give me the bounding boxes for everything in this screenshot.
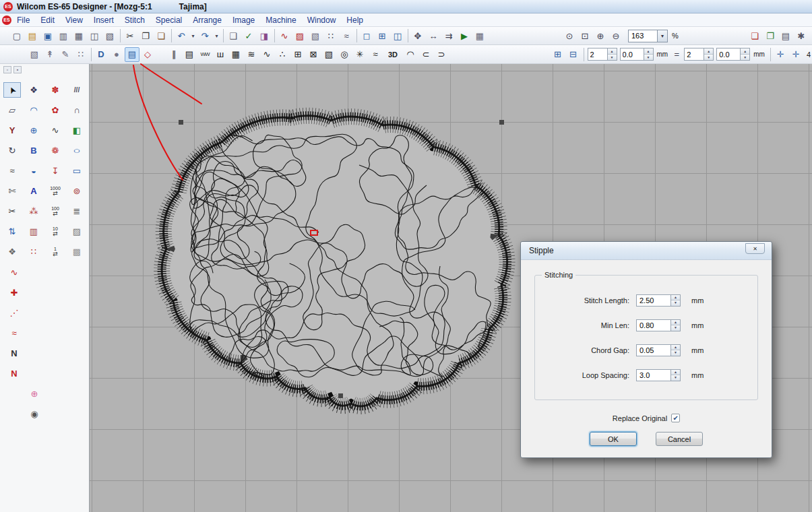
- overlap-icon[interactable]: ◫: [390, 28, 405, 43]
- menu-machine[interactable]: Machine: [260, 14, 301, 26]
- field-input[interactable]: [636, 319, 671, 331]
- slow-redraw-icon[interactable]: ▶: [457, 28, 472, 43]
- options-icon[interactable]: ✱: [794, 28, 809, 43]
- symbol-tool[interactable]: ⊕: [26, 386, 43, 402]
- spinner[interactable]: ▲▼: [741, 48, 750, 61]
- wye-join-tool[interactable]: Y: [3, 123, 21, 138]
- palette-pin-icon[interactable]: ▪: [13, 66, 22, 73]
- pan-icon[interactable]: ✥: [410, 28, 425, 43]
- selection-handle-bottom[interactable]: [338, 393, 343, 398]
- fan-tool[interactable]: ❖: [3, 244, 21, 259]
- zoom-in-icon[interactable]: ⊕: [593, 28, 608, 43]
- undo-menu-icon[interactable]: ▾: [189, 28, 197, 43]
- backstitch-tool[interactable]: ✚: [5, 285, 23, 300]
- field-input[interactable]: [636, 344, 671, 356]
- print-icon[interactable]: ▦: [71, 28, 86, 43]
- travel-1-tool[interactable]: 1 ⇄: [46, 244, 64, 259]
- menu-image[interactable]: Image: [227, 14, 260, 26]
- write-machine-icon[interactable]: ▥: [56, 28, 71, 43]
- texture-dark-tool[interactable]: ▩: [68, 244, 86, 259]
- wave-icon[interactable]: ≈: [368, 47, 383, 62]
- spring-tool[interactable]: ∿: [46, 123, 64, 138]
- film-strip-icon[interactable]: ▦: [472, 28, 487, 43]
- spinner[interactable]: ▲▼: [644, 48, 654, 61]
- color-film-icon[interactable]: ◨: [257, 28, 272, 43]
- texture-tool[interactable]: ▨: [68, 224, 86, 239]
- field-spinner[interactable]: ▲▼: [671, 369, 681, 381]
- stitches-view-icon[interactable]: ∿: [277, 28, 292, 43]
- runstitch-tool[interactable]: ⋰: [5, 305, 23, 321]
- travel-10-tool[interactable]: 10 ⇄: [46, 224, 64, 239]
- monogram-tool[interactable]: ⁂: [25, 203, 42, 219]
- stipple-run-icon[interactable]: ▤: [125, 47, 139, 62]
- color-palette-icon[interactable]: ❏: [747, 28, 762, 43]
- stipple-outline-icon[interactable]: ◇: [140, 47, 155, 62]
- replace-original-checkbox[interactable]: ✔: [671, 414, 680, 422]
- rotate-tool[interactable]: ↻: [3, 143, 21, 158]
- branch-flower-tool[interactable]: ✿: [46, 102, 64, 118]
- layout-grid2-icon[interactable]: ⊟: [566, 47, 581, 62]
- measure-icon[interactable]: ↔: [426, 28, 441, 43]
- dialog-close-button[interactable]: ✕: [745, 243, 765, 254]
- slant-lines-tool[interactable]: ///: [68, 82, 86, 98]
- field-input[interactable]: [636, 294, 671, 307]
- program-split-icon[interactable]: ▦: [228, 47, 243, 62]
- zoom-dropdown-icon[interactable]: ▾: [658, 30, 668, 42]
- move-vertical-icon[interactable]: ✛: [788, 47, 803, 62]
- letter-b-tool[interactable]: B: [25, 143, 42, 158]
- menu-help[interactable]: Help: [341, 14, 369, 26]
- flip-tool[interactable]: ⇅: [3, 224, 21, 239]
- menu-insert[interactable]: Insert: [88, 14, 119, 26]
- reshape-tool[interactable]: ❖: [25, 82, 42, 98]
- confetti-tool[interactable]: ∷: [25, 244, 42, 259]
- cap-tool[interactable]: ◒: [25, 163, 42, 179]
- zoom-window-icon[interactable]: ⊡: [577, 28, 592, 43]
- save-icon[interactable]: ▣: [40, 28, 55, 43]
- applique-icon[interactable]: ⊠: [306, 47, 321, 62]
- auto-scroll-icon[interactable]: ↟: [42, 47, 57, 62]
- travel-1000-tool[interactable]: 1000 ⇄: [46, 183, 64, 199]
- field-spinner[interactable]: ▲▼: [671, 319, 681, 331]
- redo-icon[interactable]: ↷: [197, 28, 212, 43]
- dome-tool[interactable]: ◠: [25, 102, 42, 118]
- selection-handle-top-right[interactable]: [499, 120, 504, 125]
- buggy-tool[interactable]: ▥: [25, 224, 42, 239]
- export-icon[interactable]: ▧: [102, 28, 117, 43]
- knife-tool[interactable]: ✄: [3, 183, 21, 199]
- needle-drop-tool[interactable]: ↧: [46, 163, 64, 179]
- equals-icon[interactable]: =: [671, 47, 682, 62]
- thread-colors-icon[interactable]: ❐: [763, 28, 778, 43]
- mirror-tool[interactable]: ◧: [68, 123, 86, 138]
- move-horizontal-icon[interactable]: ✛: [773, 47, 788, 62]
- background-icon[interactable]: ▧: [27, 47, 42, 62]
- design-check-icon[interactable]: ✓: [241, 28, 256, 43]
- paste-icon[interactable]: ❏: [154, 28, 168, 43]
- flower-large-tool[interactable]: ✽: [46, 82, 64, 98]
- field-spinner[interactable]: ▲▼: [671, 294, 681, 307]
- curve-right-icon[interactable]: ⊃: [434, 47, 449, 62]
- effect-3d-icon[interactable]: 3D: [383, 47, 402, 62]
- e-stitch-icon[interactable]: ш: [213, 47, 228, 62]
- hoop-icon[interactable]: ◻: [359, 28, 374, 43]
- letter-d-icon[interactable]: D: [94, 47, 108, 62]
- open-icon[interactable]: ▤: [25, 28, 40, 43]
- ellipse-tool[interactable]: ○: [68, 143, 86, 158]
- arc-tool[interactable]: ∩: [68, 102, 86, 118]
- insert-design-icon[interactable]: ❑: [226, 28, 241, 43]
- photo-flash-icon[interactable]: ▧: [321, 47, 336, 62]
- count-input-2[interactable]: [684, 48, 704, 61]
- dots-icon[interactable]: ∷: [73, 47, 88, 62]
- spiral-tool[interactable]: ⊚: [68, 183, 86, 199]
- lettering-tool[interactable]: A: [25, 183, 42, 199]
- cancel-button[interactable]: Cancel: [656, 432, 703, 446]
- palette-dock-icon[interactable]: ▫: [3, 66, 11, 73]
- ok-button[interactable]: OK: [590, 432, 637, 446]
- rectangle-tool[interactable]: ▭: [68, 163, 86, 179]
- connector-icon[interactable]: ≈: [339, 28, 354, 43]
- undo-icon[interactable]: ↶: [174, 28, 189, 43]
- curve-left-icon[interactable]: ⊂: [418, 47, 433, 62]
- stemstitch-tool[interactable]: ∿: [5, 265, 23, 280]
- select-tool[interactable]: ➤: [3, 82, 21, 98]
- spinner[interactable]: ▲▼: [608, 48, 617, 61]
- star-burst-icon[interactable]: ✳: [352, 47, 367, 62]
